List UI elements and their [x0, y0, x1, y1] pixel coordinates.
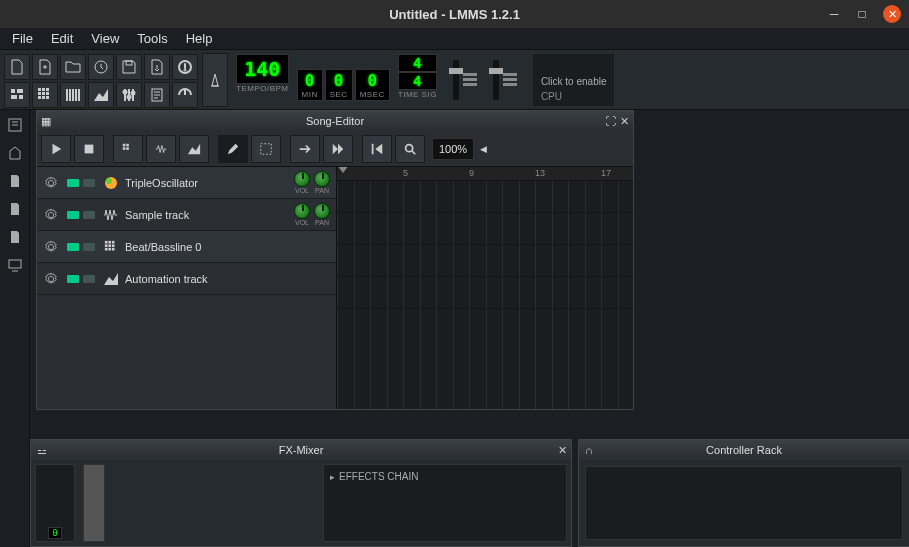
sidebar-projects[interactable]: [4, 226, 26, 248]
zoom-display[interactable]: 100%: [432, 138, 474, 160]
svg-rect-30: [85, 144, 94, 153]
svg-rect-34: [126, 147, 129, 150]
add-automation-track-button[interactable]: [179, 135, 209, 163]
menu-edit[interactable]: Edit: [43, 29, 81, 48]
controller-rack-button[interactable]: [172, 82, 198, 108]
svg-rect-32: [126, 143, 129, 146]
track-gear-button[interactable]: [37, 176, 65, 190]
skip-back-button[interactable]: [362, 135, 392, 163]
track-row[interactable]: Beat/Bassline 0: [37, 231, 336, 263]
svg-rect-19: [72, 89, 74, 101]
master-pitch-slider[interactable]: [493, 60, 499, 100]
menu-view[interactable]: View: [83, 29, 127, 48]
recent-button[interactable]: [88, 54, 114, 80]
volume-knob[interactable]: VOL: [294, 203, 310, 226]
metronome-button[interactable]: [202, 53, 228, 107]
track-row[interactable]: Sample trackVOLPAN: [37, 199, 336, 231]
add-sample-track-button[interactable]: [146, 135, 176, 163]
menu-file[interactable]: File: [4, 29, 41, 48]
mute-button[interactable]: [67, 211, 79, 219]
timeline-ruler[interactable]: 5 9 13 17: [337, 167, 633, 181]
zoom-button[interactable]: [395, 135, 425, 163]
svg-rect-45: [112, 244, 115, 247]
sidebar-samples[interactable]: [4, 142, 26, 164]
timesig-den[interactable]: 4: [398, 72, 437, 90]
svg-point-37: [406, 144, 413, 151]
fx-mixer-button[interactable]: [116, 82, 142, 108]
pitch-meter-icon: [503, 73, 517, 86]
svg-rect-16: [46, 96, 49, 99]
minimize-button[interactable]: ─: [827, 7, 841, 21]
add-bb-track-button[interactable]: [113, 135, 143, 163]
solo-button[interactable]: [83, 243, 95, 251]
stop-button[interactable]: [74, 135, 104, 163]
volume-knob[interactable]: VOL: [294, 171, 310, 194]
project-notes-button[interactable]: [144, 82, 170, 108]
time-min: 0MIN: [297, 69, 323, 101]
new-from-template-button[interactable]: [32, 54, 58, 80]
track-gear-button[interactable]: [37, 272, 65, 286]
tempo-display[interactable]: 140: [236, 54, 289, 84]
automation-editor-button[interactable]: [88, 82, 114, 108]
controller-rack-titlebar[interactable]: ∩ Controller Rack: [579, 440, 909, 460]
piano-roll-button[interactable]: [60, 82, 86, 108]
sidebar: [0, 110, 30, 547]
play-button[interactable]: [41, 135, 71, 163]
fx-mixer-close-button[interactable]: ✕: [558, 444, 567, 457]
pan-knob[interactable]: PAN: [314, 171, 330, 194]
draw-mode-button[interactable]: [218, 135, 248, 163]
track-type-icon: [101, 207, 121, 223]
mute-button[interactable]: [67, 243, 79, 251]
track-gear-button[interactable]: [37, 208, 65, 222]
skip-forward-button[interactable]: [323, 135, 353, 163]
svg-point-3: [185, 70, 186, 71]
edit-mode-button[interactable]: [251, 135, 281, 163]
track-row[interactable]: Automation track: [37, 263, 336, 295]
timeline[interactable]: 5 9 13 17: [337, 167, 633, 409]
maximize-button[interactable]: □: [855, 7, 869, 21]
forward-button[interactable]: [290, 135, 320, 163]
whatsthis-button[interactable]: [172, 54, 198, 80]
song-editor-titlebar[interactable]: ▦ Song-Editor ⛶ ✕: [37, 111, 633, 131]
menu-tools[interactable]: Tools: [129, 29, 175, 48]
sidebar-instruments[interactable]: [4, 114, 26, 136]
bb-editor-button[interactable]: [32, 82, 58, 108]
export-button[interactable]: [144, 54, 170, 80]
track-row[interactable]: TripleOscillatorVOLPAN: [37, 167, 336, 199]
controller-rack-body[interactable]: [585, 466, 903, 540]
save-button[interactable]: [116, 54, 142, 80]
solo-button[interactable]: [83, 275, 95, 283]
zoom-left-button[interactable]: ◀: [477, 138, 489, 160]
new-project-button[interactable]: [4, 54, 30, 80]
svg-rect-43: [105, 244, 108, 247]
sidebar-home[interactable]: [4, 198, 26, 220]
sidebar-presets[interactable]: [4, 170, 26, 192]
song-editor-restore-button[interactable]: ⛶: [605, 115, 616, 128]
song-editor-close-button[interactable]: ✕: [620, 115, 629, 128]
fx-channel-strip[interactable]: [83, 464, 105, 542]
playhead-marker-icon[interactable]: [337, 167, 349, 173]
track-name[interactable]: Sample track: [121, 209, 294, 221]
track-name[interactable]: Beat/Bassline 0: [121, 241, 336, 253]
pan-knob[interactable]: PAN: [314, 203, 330, 226]
song-editor-button[interactable]: [4, 82, 30, 108]
master-volume-slider[interactable]: [453, 60, 459, 100]
solo-button[interactable]: [83, 211, 95, 219]
svg-rect-47: [108, 247, 111, 250]
sidebar-computer[interactable]: [4, 254, 26, 276]
mute-button[interactable]: [67, 179, 79, 187]
effects-chain-panel[interactable]: EFFECTS CHAIN: [323, 464, 567, 542]
track-name[interactable]: TripleOscillator: [121, 177, 294, 189]
track-gear-button[interactable]: [37, 240, 65, 254]
open-button[interactable]: [60, 54, 86, 80]
fx-mixer-titlebar[interactable]: ⚍ FX-Mixer ✕: [31, 440, 571, 460]
track-name[interactable]: Automation track: [121, 273, 336, 285]
fx-mixer-window: ⚍ FX-Mixer ✕ 0 EFFECTS CHAIN: [30, 439, 572, 547]
mute-button[interactable]: [67, 275, 79, 283]
timesig-num[interactable]: 4: [398, 54, 437, 72]
fx-master-strip[interactable]: 0: [35, 464, 75, 542]
solo-button[interactable]: [83, 179, 95, 187]
cpu-meter[interactable]: Click to enable CPU: [533, 54, 615, 106]
close-button[interactable]: ✕: [883, 5, 901, 23]
menu-help[interactable]: Help: [178, 29, 221, 48]
